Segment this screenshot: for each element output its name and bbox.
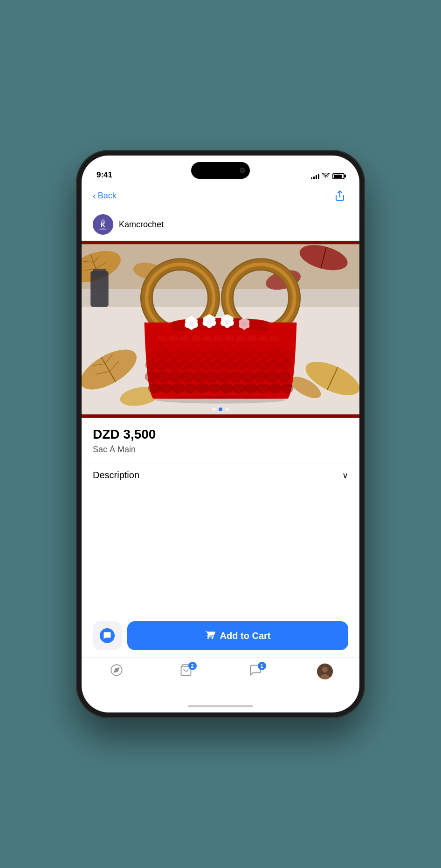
tab-cart[interactable]: 2 [172, 664, 200, 679]
tab-profile[interactable] [311, 664, 339, 679]
svg-point-141 [322, 667, 328, 672]
svg-point-75 [191, 360, 201, 369]
product-info: DZD 3,500 Sac À Main [82, 418, 359, 462]
action-bar: Add to Cart [82, 616, 359, 658]
svg-point-101 [209, 384, 220, 393]
svg-point-53 [229, 343, 240, 350]
svg-point-83 [280, 360, 291, 369]
svg-point-72 [157, 360, 167, 369]
svg-point-90 [218, 372, 229, 381]
svg-point-3 [101, 219, 105, 224]
svg-point-40 [213, 335, 224, 342]
svg-point-99 [185, 384, 196, 393]
svg-point-95 [278, 372, 290, 381]
add-to-cart-button[interactable]: Add to Cart [127, 621, 348, 650]
svg-point-96 [148, 384, 160, 393]
svg-point-63 [204, 351, 214, 359]
tab-bar: 2 1 [82, 658, 359, 699]
svg-point-68 [260, 351, 271, 359]
svg-point-128 [225, 319, 230, 325]
battery-fill [334, 175, 342, 178]
svg-point-57 [274, 343, 285, 350]
nav-bar: ‹ Back [82, 183, 359, 210]
add-to-cart-label: Add to Cart [220, 631, 271, 641]
svg-point-86 [169, 372, 181, 381]
svg-point-56 [263, 343, 274, 350]
seller-avatar: K [93, 214, 113, 235]
seller-name: Kamcrochet [119, 220, 164, 230]
phone-shell: 9:41 [76, 150, 365, 718]
product-name: Sac À Main [93, 445, 348, 454]
svg-point-98 [172, 384, 184, 393]
svg-point-62 [193, 351, 203, 359]
svg-point-64 [215, 351, 226, 359]
share-button[interactable] [331, 187, 348, 204]
svg-point-41 [224, 335, 235, 342]
svg-point-59 [159, 351, 170, 359]
chat-button[interactable] [93, 621, 122, 650]
battery-icon [332, 173, 345, 179]
svg-point-35 [157, 335, 167, 342]
tab-messages[interactable]: 1 [241, 664, 269, 679]
svg-point-93 [254, 372, 266, 381]
svg-point-58 [148, 351, 158, 359]
svg-rect-6 [82, 289, 359, 306]
svg-point-44 [258, 335, 269, 342]
svg-point-48 [173, 343, 184, 350]
back-button[interactable]: ‹ Back [93, 190, 117, 201]
svg-point-54 [241, 343, 251, 350]
svg-point-105 [257, 384, 269, 393]
svg-point-55 [252, 343, 262, 350]
svg-point-89 [206, 372, 217, 381]
svg-point-76 [202, 360, 213, 369]
seller-row[interactable]: K Kamcrochet [82, 210, 359, 241]
cart-icon [205, 630, 215, 642]
share-icon [334, 190, 345, 201]
svg-point-71 [145, 360, 156, 369]
svg-point-65 [226, 351, 237, 359]
svg-point-43 [247, 335, 257, 342]
status-time: 9:41 [96, 170, 112, 180]
svg-point-70 [283, 351, 293, 359]
svg-point-85 [157, 372, 169, 381]
svg-point-104 [245, 384, 257, 393]
svg-point-107 [282, 384, 293, 393]
svg-point-60 [170, 351, 181, 359]
svg-point-73 [168, 360, 179, 369]
svg-point-136 [156, 396, 286, 403]
svg-point-84 [145, 372, 157, 381]
svg-point-106 [269, 384, 281, 393]
svg-point-61 [181, 351, 192, 359]
compass-icon [110, 664, 123, 680]
svg-point-52 [218, 343, 229, 350]
svg-point-67 [249, 351, 260, 359]
svg-point-39 [202, 335, 213, 342]
signal-icon [311, 173, 319, 179]
svg-point-114 [189, 321, 194, 327]
front-camera [240, 168, 245, 173]
home-indicator [82, 699, 359, 712]
svg-point-121 [207, 319, 212, 325]
cart-badge: 2 [188, 662, 197, 670]
home-bar [188, 705, 253, 707]
phone-screen: 9:41 [82, 156, 359, 712]
svg-point-51 [207, 343, 218, 350]
svg-point-78 [224, 360, 235, 369]
description-section: Description ∨ [82, 462, 359, 488]
tab-explore[interactable] [103, 664, 131, 679]
svg-point-81 [258, 360, 269, 369]
svg-point-97 [160, 384, 172, 393]
messages-badge: 1 [258, 662, 266, 670]
svg-point-66 [238, 351, 248, 359]
description-toggle[interactable]: Description ∨ [93, 470, 348, 481]
chat-icon [100, 628, 115, 643]
svg-point-94 [266, 372, 278, 381]
svg-point-77 [213, 360, 224, 369]
back-label: Back [98, 191, 117, 201]
svg-point-45 [269, 335, 280, 342]
pagination-dot-1 [212, 407, 216, 411]
product-price: DZD 3,500 [93, 427, 348, 442]
svg-point-80 [247, 360, 257, 369]
pagination-dots [212, 407, 229, 411]
svg-point-103 [233, 384, 245, 393]
